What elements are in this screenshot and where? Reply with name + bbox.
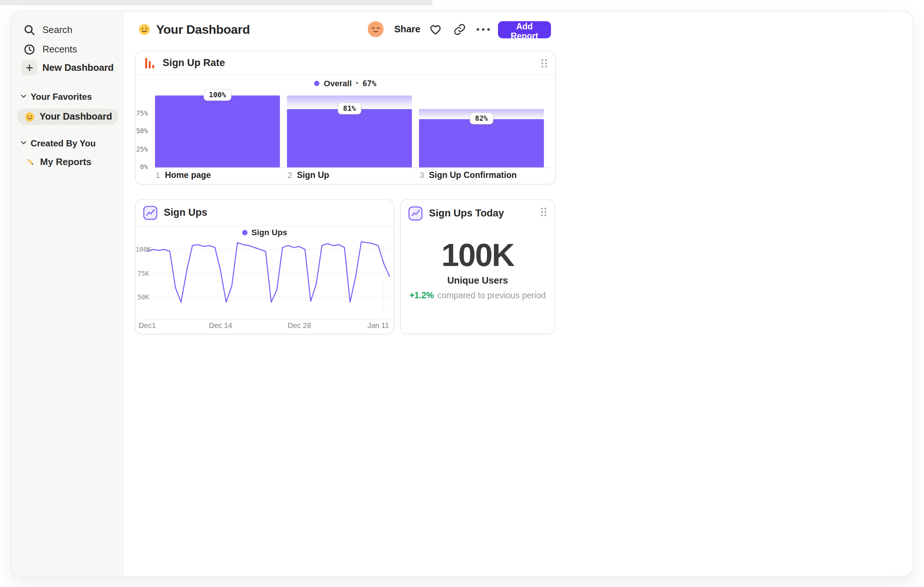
- line-chart: [136, 200, 394, 334]
- pencil-emoji-icon: [26, 157, 36, 167]
- insights-chart-icon: [408, 205, 423, 221]
- funnel-legend[interactable]: Overall • 67%: [136, 79, 555, 88]
- legend-separator: •: [356, 79, 359, 87]
- avatar[interactable]: [368, 21, 384, 37]
- funnel-bar: [287, 109, 412, 168]
- x-tick-label: Jan 11: [367, 321, 389, 329]
- sidebar-item-label: My Reports: [40, 157, 91, 167]
- smiley-emoji-icon: [25, 112, 35, 122]
- funnel-chart-icon: [143, 56, 157, 70]
- sidebar-item-label: Recents: [43, 45, 77, 55]
- legend-value: 67%: [363, 79, 376, 88]
- funnel-step-label: 3Sign Up Confirmation: [419, 170, 516, 180]
- smiley-emoji-icon: [139, 23, 150, 35]
- more-options-icon[interactable]: [475, 20, 491, 39]
- funnel-chart: 100%81%82%: [155, 89, 551, 167]
- delta-value: +1.2%: [409, 291, 434, 300]
- line-series: [147, 242, 390, 302]
- plus-icon: [21, 60, 37, 76]
- funnel-bar: [155, 95, 280, 167]
- card-title: Sign Up Rate: [163, 57, 225, 69]
- legend-series: Overall: [324, 79, 351, 88]
- funnel-step-column: 100%: [155, 89, 280, 167]
- section-created-by-you[interactable]: Created By You: [21, 136, 96, 149]
- step-number: 1: [155, 170, 160, 180]
- app-window: Search Recents New Dashboard Your Favori…: [11, 11, 913, 577]
- line-chart-card: Sign Ups Sign Ups 100K75K50K Dec1Dec 14D…: [135, 199, 394, 334]
- app-stage: Search Recents New Dashboard Your Favori…: [0, 0, 924, 587]
- copy-link-icon[interactable]: [452, 20, 467, 39]
- funnel-pct-label: 82%: [470, 112, 493, 124]
- sidebar: Search Recents New Dashboard Your Favori…: [12, 12, 124, 576]
- step-name: Sign Up: [297, 170, 329, 180]
- card-header: Sign Up Rate: [136, 51, 555, 75]
- search-icon: [22, 22, 36, 38]
- sidebar-item-search[interactable]: Search: [12, 21, 123, 39]
- chevron-down-icon: [21, 141, 26, 145]
- favorite-heart-icon[interactable]: [428, 20, 443, 39]
- funnel-x-axis: 1Home page2Sign Up3Sign Up Confirmation: [136, 170, 555, 181]
- drag-handle-icon[interactable]: [540, 207, 548, 217]
- chevron-down-icon: [21, 94, 26, 98]
- page-title: Your Dashboard: [156, 22, 250, 36]
- legend-dot: [314, 80, 319, 86]
- funnel-card: Sign Up Rate Overall • 67% 75%50%25%0% 1…: [135, 51, 556, 185]
- section-your-favorites[interactable]: Your Favorites: [21, 89, 92, 103]
- funnel-step-label: 1Home page: [155, 170, 211, 180]
- sidebar-item-label: New Dashboard: [43, 62, 114, 73]
- sidebar-item-new-dashboard[interactable]: New Dashboard: [12, 59, 123, 77]
- funnel-step-column: 81%: [287, 89, 412, 167]
- y-tick-label: 100K: [136, 246, 149, 253]
- y-tick-label: 75%: [136, 109, 148, 117]
- y-tick-label: 0%: [136, 163, 148, 171]
- section-title: Your Favorites: [31, 91, 92, 101]
- metric-value: 100K: [401, 236, 554, 273]
- browser-edge-strip: [0, 0, 433, 5]
- funnel-pct-label: 81%: [338, 103, 361, 114]
- add-report-button[interactable]: Add Report: [498, 21, 551, 38]
- funnel-pct-label: 100%: [203, 89, 231, 101]
- x-tick-label: Dec1: [139, 321, 156, 329]
- sidebar-item-your-dashboard[interactable]: Your Dashboard: [17, 109, 119, 125]
- step-number: 3: [419, 170, 424, 180]
- share-button[interactable]: Share: [394, 20, 420, 39]
- x-tick-label: Dec 14: [209, 321, 233, 329]
- drag-handle-icon[interactable]: [540, 58, 548, 68]
- sidebar-item-recents[interactable]: Recents: [12, 41, 123, 58]
- section-title: Created By You: [31, 137, 96, 147]
- y-tick-label: 50K: [136, 294, 149, 302]
- card-title: Sign Ups Today: [429, 207, 504, 219]
- y-tick-label: 25%: [136, 145, 148, 153]
- card-header: Sign Ups Today: [401, 200, 554, 227]
- funnel-step-column: 82%: [419, 89, 544, 167]
- y-tick-label: 50%: [136, 127, 148, 135]
- number-card: Sign Ups Today 100K Unique Users +1.2%co…: [400, 199, 555, 334]
- y-tick-label: 75K: [136, 270, 149, 278]
- funnel-bar: [419, 119, 544, 167]
- sidebar-item-label: Your Dashboard: [40, 112, 112, 122]
- funnel-step-label: 2Sign Up: [287, 170, 329, 180]
- sidebar-item-my-reports[interactable]: My Reports: [12, 153, 123, 171]
- delta-note: compared to previous period: [437, 291, 546, 300]
- step-name: Sign Up Confirmation: [429, 170, 516, 180]
- step-number: 2: [287, 170, 292, 180]
- metric-delta-row: +1.2%compared to previous period: [401, 291, 554, 300]
- x-tick-label: Dec 28: [288, 321, 311, 329]
- metric-label: Unique Users: [401, 276, 554, 286]
- page-header: Your Dashboard: [139, 20, 250, 39]
- sidebar-item-label: Search: [43, 25, 72, 35]
- clock-icon: [22, 42, 36, 57]
- step-name: Home page: [165, 170, 211, 180]
